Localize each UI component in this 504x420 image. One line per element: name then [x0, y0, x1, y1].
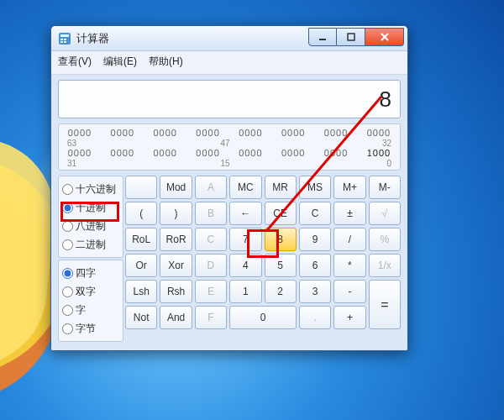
bit-group[interactable]: 0000: [279, 148, 307, 158]
bit-group[interactable]: 0000: [66, 148, 94, 158]
svg-rect-6: [319, 39, 326, 40]
bit-group[interactable]: 0000: [322, 128, 350, 138]
key-or[interactable]: Or: [125, 254, 157, 277]
svg-rect-4: [60, 41, 63, 43]
bit-group[interactable]: 0000: [66, 128, 94, 138]
radio-qword[interactable]: 四字: [62, 264, 119, 282]
key-mminus[interactable]: M-: [369, 176, 401, 199]
key-xor[interactable]: Xor: [160, 254, 192, 277]
bit-group[interactable]: 0000: [236, 128, 265, 138]
key-3[interactable]: 3: [299, 280, 331, 303]
maximize-icon: [347, 33, 355, 41]
menu-bar: 查看(V) 编辑(E) 帮助(H): [51, 51, 407, 75]
radio-dec-label: 十进制: [76, 201, 106, 215]
window-title: 计算器: [76, 31, 109, 46]
key-recip[interactable]: 1/x: [369, 254, 401, 277]
key-f[interactable]: F: [195, 306, 227, 329]
key-mc[interactable]: MC: [229, 176, 261, 199]
radio-hex[interactable]: 十六进制: [62, 180, 119, 198]
key-dot[interactable]: .: [299, 306, 331, 329]
close-button[interactable]: [365, 28, 404, 46]
window-controls: [308, 28, 404, 46]
key-multiply[interactable]: *: [333, 254, 365, 277]
key-not[interactable]: Not: [125, 306, 157, 329]
bit-group[interactable]: 0000: [365, 128, 393, 138]
key-equals[interactable]: =: [369, 280, 401, 329]
key-2[interactable]: 2: [265, 280, 297, 303]
minimize-icon: [318, 33, 327, 41]
key-ror[interactable]: RoR: [160, 228, 192, 251]
key-0[interactable]: 0: [229, 306, 297, 329]
key-1[interactable]: 1: [229, 280, 261, 303]
key-blank[interactable]: [125, 176, 157, 199]
radio-dword-label: 双字: [76, 285, 96, 299]
key-percent[interactable]: %: [369, 228, 401, 251]
wordsize-group: 四字 双字 字 字节: [58, 260, 123, 342]
titlebar[interactable]: 计算器: [51, 26, 407, 51]
radio-hex-label: 十六进制: [76, 182, 116, 197]
radio-dword[interactable]: 双字: [62, 282, 119, 301]
key-minus[interactable]: -: [333, 280, 365, 303]
bit-group[interactable]: 0000: [322, 148, 350, 158]
key-and[interactable]: And: [160, 306, 192, 329]
key-rol[interactable]: RoL: [125, 228, 157, 251]
menu-help[interactable]: 帮助(H): [149, 55, 183, 69]
bit-group[interactable]: 0000: [194, 128, 223, 138]
key-sqrt[interactable]: √: [369, 202, 401, 225]
bit-label: 47: [109, 139, 341, 148]
bit-label: 32: [341, 139, 391, 148]
bit-group[interactable]: 0000: [151, 128, 180, 138]
bit-panel: 0000 0000 0000 0000 0000 0000 0000 0000 …: [58, 123, 401, 171]
key-8[interactable]: 8: [265, 228, 297, 251]
bit-group[interactable]: 0000: [279, 128, 307, 138]
key-5[interactable]: 5: [265, 254, 297, 277]
bit-group[interactable]: 0000: [151, 148, 180, 158]
bit-group[interactable]: 0000: [236, 148, 265, 158]
maximize-button[interactable]: [337, 28, 365, 46]
keypad: Mod A MC MR MS M+ M- ( ) B ← CE C ± √ Ro…: [125, 176, 401, 342]
radio-oct-label: 八进制: [76, 219, 106, 234]
radio-dec[interactable]: 十进制: [62, 198, 119, 217]
svg-rect-3: [64, 39, 66, 40]
svg-rect-1: [60, 34, 69, 37]
key-lparen[interactable]: (: [125, 202, 157, 225]
key-ce[interactable]: CE: [265, 202, 297, 225]
minimize-button[interactable]: [308, 28, 337, 46]
key-lsh[interactable]: Lsh: [125, 280, 157, 303]
key-backspace[interactable]: ←: [229, 202, 261, 225]
key-divide[interactable]: /: [333, 228, 365, 251]
radio-oct[interactable]: 八进制: [62, 217, 119, 235]
key-a[interactable]: A: [195, 176, 227, 199]
key-rparen[interactable]: ): [160, 202, 192, 225]
key-e[interactable]: E: [195, 280, 227, 303]
key-mplus[interactable]: M+: [333, 176, 365, 199]
key-c-clear[interactable]: C: [299, 202, 331, 225]
radio-word[interactable]: 字: [62, 301, 119, 319]
key-plus[interactable]: +: [333, 306, 365, 329]
radio-byte[interactable]: 字节: [62, 319, 119, 338]
radio-qword-label: 四字: [76, 266, 96, 281]
bit-group[interactable]: 0000: [108, 148, 137, 158]
key-9[interactable]: 9: [299, 228, 331, 251]
key-mr[interactable]: MR: [265, 176, 297, 199]
key-c-hex[interactable]: C: [195, 228, 227, 251]
close-icon: [380, 32, 390, 42]
calculator-window: 计算器 查看(V) 编辑(E) 帮助(H) 8 0000 0000 0000 0…: [50, 25, 408, 351]
bit-group[interactable]: 0000: [194, 148, 223, 158]
key-mod[interactable]: Mod: [160, 176, 192, 199]
menu-edit[interactable]: 编辑(E): [103, 55, 137, 69]
key-4[interactable]: 4: [229, 254, 261, 277]
svg-rect-7: [348, 34, 354, 40]
key-negate[interactable]: ±: [333, 202, 365, 225]
key-ms[interactable]: MS: [299, 176, 331, 199]
key-b[interactable]: B: [195, 202, 227, 225]
menu-view[interactable]: 查看(V): [58, 55, 92, 69]
bit-label: 0: [341, 159, 391, 168]
key-7[interactable]: 7: [229, 228, 261, 251]
bit-group[interactable]: 1000: [365, 148, 393, 158]
bit-group[interactable]: 0000: [108, 128, 137, 138]
key-rsh[interactable]: Rsh: [160, 280, 192, 303]
key-d[interactable]: D: [195, 254, 227, 277]
radio-bin[interactable]: 二进制: [62, 235, 119, 254]
key-6[interactable]: 6: [299, 254, 331, 277]
